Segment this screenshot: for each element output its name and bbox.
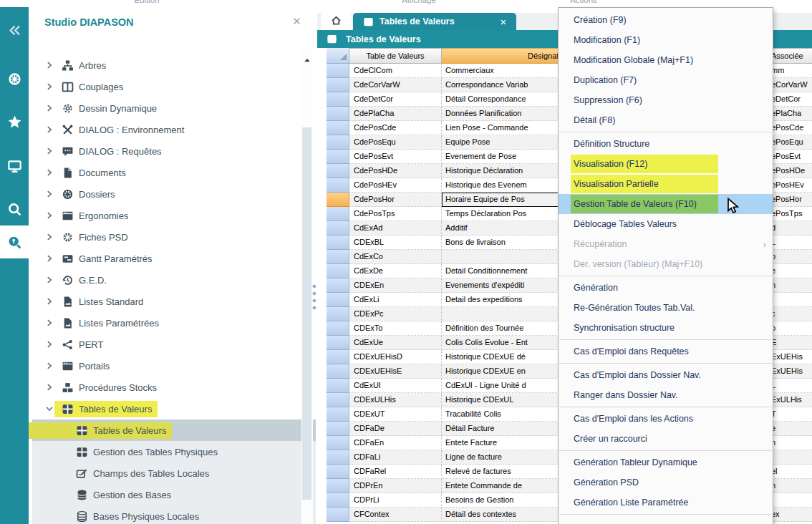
sidebar-item-gestion-des-tables-physiques[interactable]: Gestion des Tables Physiques	[29, 441, 317, 462]
chevron-right-icon[interactable]	[44, 361, 54, 371]
row-header-cell[interactable]	[327, 450, 349, 465]
row-header-cell[interactable]	[327, 307, 349, 321]
cell-code[interactable]: CDExBL	[349, 236, 442, 250]
sidebar-item-dessin-dynamique[interactable]: Dessin Dynamique	[29, 97, 317, 119]
sidebar-item-fiches-psd[interactable]: Fiches PSD	[29, 226, 317, 248]
menu-item-cr-er-un-raccourci[interactable]: Créer un raccourci	[559, 429, 773, 449]
sidebar-item-listes-param-tr-es[interactable]: Listes Paramétrées	[29, 312, 317, 334]
cell-code[interactable]: CFContex	[349, 508, 442, 522]
cell-code[interactable]: CdExDe	[349, 264, 442, 278]
row-header-cell[interactable]	[327, 221, 349, 236]
cell-code[interactable]: CdeDetCor	[349, 92, 442, 107]
menu-item-synchronisation-structure[interactable]: Synchronisation structure	[559, 318, 773, 338]
row-header-cell[interactable]	[327, 321, 349, 336]
sidebar-item-listes-standard[interactable]: Listes Standard	[29, 291, 317, 312]
cell-associee[interactable]: o	[768, 250, 812, 264]
close-icon[interactable]	[291, 16, 304, 29]
cell-code[interactable]: CDExEn	[349, 278, 442, 293]
cell-associee[interactable]: ePosHor	[768, 193, 812, 207]
sidebar-item-dossiers[interactable]: Dossiers	[29, 183, 317, 205]
cell-associee[interactable]: T	[768, 407, 812, 422]
menu-item-suppression-f6-[interactable]: Suppression (F6)	[559, 90, 773, 110]
menu-item-g-n-ration-psd[interactable]: Génération PSD	[559, 472, 773, 493]
cell-code[interactable]: CdePosHEv	[349, 178, 442, 193]
cell-associee[interactable]: ExUEHis	[768, 364, 812, 379]
menu-item-modification-globale-maj-f1-[interactable]: Modification Globale (Maj+F1)	[559, 50, 773, 70]
cell-code[interactable]: CDFaEn	[349, 436, 442, 450]
cell-associee[interactable]: E	[768, 336, 812, 350]
menu-item-cas-d-emploi-dans-les-actions[interactable]: Cas d'Emploi dans les Actions	[559, 409, 773, 429]
cell-associee[interactable]: ExUEHis	[768, 350, 812, 364]
cell-associee[interactable]: ex	[768, 508, 812, 522]
cell-associee[interactable]: e	[768, 422, 812, 436]
sidebar-item-dialog-environnement[interactable]: DIALOG : Environnement	[29, 119, 317, 140]
cell-associee[interactable]	[768, 450, 812, 465]
row-header-cell[interactable]	[327, 508, 349, 522]
tab-tables-de-valeurs[interactable]: Tables de Valeurs	[353, 13, 516, 30]
sidebar-item-tables-de-valeurs[interactable]: Tables de Valeurs	[29, 419, 317, 441]
menu-item-der-version-tableur-maj-f10-[interactable]: Der. version (Tableur) (Maj+F10)	[559, 254, 773, 274]
menu-label-affichage[interactable]: Affichage	[402, 0, 436, 4]
row-header-cell[interactable]	[327, 250, 349, 264]
sidebar-item-portails[interactable]: Portails	[29, 355, 317, 377]
cell-code[interactable]: CdePosHDe	[349, 164, 442, 178]
menu-item-ranger-dans-dossier-nav-[interactable]: Ranger dans Dossier Nav.	[559, 385, 773, 405]
cell-code[interactable]: CDPrEn	[349, 479, 442, 493]
row-header-cell[interactable]	[327, 364, 349, 379]
cell-code[interactable]: CDExUEHisD	[349, 350, 442, 364]
cell-associee[interactable]: eCorVarW	[768, 78, 812, 92]
chevron-right-icon[interactable]	[44, 125, 54, 135]
row-header-cell[interactable]	[327, 465, 349, 479]
sidebar-item-ergonomies[interactable]: Ergonomies	[29, 205, 317, 226]
sidebar-item-dialog-requ-tes[interactable]: DIALOG : Requêtes	[29, 140, 317, 162]
sidebar-item-tables-de-valeurs[interactable]: Tables de Valeurs	[29, 398, 317, 419]
monitor-icon[interactable]	[0, 152, 29, 180]
sidebar-item-bases-physiques-locales[interactable]: Bases Physiques Locales	[29, 505, 317, 524]
menu-item-cas-d-emploi-dans-requ-tes[interactable]: Cas d'Emploi dans Requêtes	[559, 341, 773, 362]
cell-code[interactable]: CDFaRel	[349, 465, 442, 479]
chevron-right-icon[interactable]	[44, 103, 54, 113]
row-header-cell[interactable]	[327, 436, 349, 450]
chevron-right-icon[interactable]	[44, 60, 54, 70]
menu-item-g-n-ration[interactable]: Génération	[559, 278, 773, 298]
menu-item-r-cup-ration[interactable]: Récupération›	[559, 234, 773, 254]
chevron-right-icon[interactable]	[44, 210, 54, 220]
sidebar-item-proc-dures-stocks[interactable]: Procédures Stocks	[29, 377, 317, 398]
menu-item-d-finition-structure[interactable]: Définition Structure	[559, 134, 773, 154]
cell-associee[interactable]: ePosTps	[768, 207, 812, 221]
sidebar-item-arbres[interactable]: Arbres	[29, 54, 317, 76]
row-header-cell[interactable]	[327, 393, 349, 407]
row-header-cell[interactable]	[327, 121, 349, 135]
cell-code[interactable]: CDExPc	[349, 307, 442, 321]
cell-associee[interactable]: ePosEqu	[768, 135, 812, 150]
scroll-up-icon[interactable]	[303, 54, 311, 63]
row-header-cell[interactable]	[327, 236, 349, 250]
menu-item-cr-ation-f9-[interactable]: Création (F9)	[559, 10, 773, 30]
cell-code[interactable]: CDFaLi	[349, 450, 442, 465]
wheel-icon[interactable]	[0, 64, 29, 93]
cell-associee[interactable]: n	[768, 278, 812, 293]
star-icon[interactable]	[0, 107, 29, 136]
panel-splitter[interactable]	[313, 285, 316, 309]
menu-item-visualisation-partielle[interactable]: Visualisation Partielle	[559, 174, 773, 194]
column-header-table-de-valeurs[interactable]: Table de Valeurs	[349, 48, 442, 64]
row-header-cell[interactable]	[327, 278, 349, 293]
cell-code[interactable]: CdExUI	[349, 379, 442, 393]
cell-associee[interactable]: o	[768, 321, 812, 336]
cell-code[interactable]: CdePosEvt	[349, 150, 442, 164]
row-header-cell[interactable]	[327, 178, 349, 193]
row-header-cell[interactable]	[327, 379, 349, 393]
menu-item-visualisation-f12-[interactable]: Visualisation (F12)	[559, 154, 773, 174]
menu-item-d-blocage-tables-valeurs[interactable]: Déblocage Tables Valeurs	[559, 214, 773, 234]
menu-item-g-n-ration-liste-param-tr-e[interactable]: Génération Liste Paramétrée	[559, 493, 773, 513]
tab-close-icon[interactable]	[499, 16, 509, 26]
grid-corner-cell[interactable]	[327, 48, 349, 64]
tree-scrollbar[interactable]	[301, 49, 313, 524]
collapse-icon[interactable]	[0, 16, 29, 44]
cell-code[interactable]: CdeClCom	[349, 64, 442, 78]
cell-associee[interactable]: ExULHis	[768, 393, 812, 407]
cell-code[interactable]: CDExUT	[349, 407, 442, 422]
cell-code[interactable]: CDFaDe	[349, 422, 442, 436]
cell-code[interactable]: CdExLi	[349, 293, 442, 307]
chevron-right-icon[interactable]	[44, 82, 54, 92]
